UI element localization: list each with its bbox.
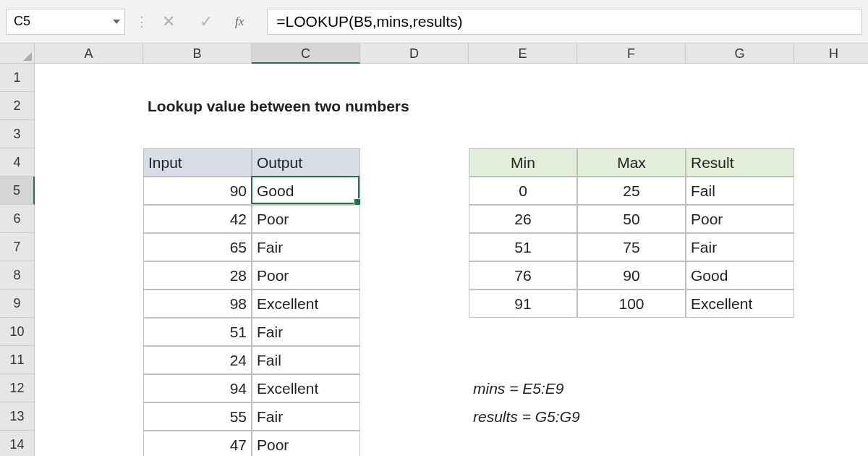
output-cell[interactable]: Fair — [252, 318, 360, 346]
row-header[interactable]: 10 — [0, 318, 35, 346]
column-headers: ABCDEFGH — [35, 43, 868, 64]
formula-text: =LOOKUP(B5,mins,results) — [276, 13, 462, 30]
row-header[interactable]: 7 — [0, 233, 35, 261]
column-header[interactable]: E — [469, 43, 577, 64]
output-cell[interactable]: Poor — [252, 205, 360, 233]
input-header: Input — [143, 148, 252, 177]
page-title: Lookup value between two numbers — [143, 92, 577, 120]
column-header[interactable]: B — [143, 43, 252, 64]
min-cell[interactable]: 91 — [469, 290, 577, 318]
column-header[interactable]: G — [686, 43, 794, 64]
fx-icon[interactable]: fx — [235, 14, 244, 29]
select-all-corner[interactable] — [0, 43, 35, 64]
row-header[interactable]: 8 — [0, 261, 35, 290]
output-cell[interactable]: Fair — [252, 233, 360, 261]
row-header[interactable]: 5 — [0, 177, 35, 205]
name-box-value: C5 — [14, 14, 30, 29]
enter-icon[interactable]: ✓ — [197, 14, 215, 30]
min-cell[interactable]: 76 — [469, 261, 577, 290]
row-header[interactable]: 3 — [0, 120, 35, 148]
min-cell[interactable]: 51 — [469, 233, 577, 261]
result-cell[interactable]: Poor — [686, 205, 794, 233]
row-header[interactable]: 2 — [0, 92, 35, 120]
result-cell[interactable]: Fair — [686, 233, 794, 261]
min-header: Min — [469, 148, 577, 177]
max-cell[interactable]: 90 — [577, 261, 686, 290]
output-cell[interactable]: Fail — [252, 346, 360, 374]
column-header[interactable]: D — [360, 43, 469, 64]
input-cell[interactable]: 55 — [143, 402, 252, 431]
min-cell[interactable]: 26 — [469, 205, 577, 233]
row-header[interactable]: 4 — [0, 148, 35, 177]
input-cell[interactable]: 42 — [143, 205, 252, 233]
note-mins: mins = E5:E9 — [469, 374, 686, 402]
max-cell[interactable]: 75 — [577, 233, 686, 261]
formula-bar: C5 ⋮ ✕ ✓ fx =LOOKUP(B5,mins,results) — [0, 0, 868, 43]
max-cell[interactable]: 25 — [577, 177, 686, 205]
input-cell[interactable]: 51 — [143, 318, 252, 346]
note-results: results = G5:G9 — [469, 402, 686, 431]
input-cell[interactable]: 28 — [143, 261, 252, 290]
row-header[interactable]: 9 — [0, 290, 35, 318]
name-box[interactable]: C5 — [6, 9, 125, 35]
max-header: Max — [577, 148, 686, 177]
cancel-icon[interactable]: ✕ — [160, 14, 177, 30]
formula-bar-buttons: ✕ ✓ fx — [145, 14, 258, 30]
result-cell[interactable]: Good — [686, 261, 794, 290]
row-header[interactable]: 12 — [0, 374, 35, 402]
input-cell[interactable]: 47 — [143, 431, 252, 456]
result-header: Result — [686, 148, 794, 177]
chevron-down-icon[interactable] — [113, 20, 120, 24]
output-cell[interactable]: Excellent — [252, 374, 360, 402]
row-header[interactable]: 13 — [0, 402, 35, 431]
row-header[interactable]: 1 — [0, 64, 35, 92]
input-cell[interactable]: 65 — [143, 233, 252, 261]
row-header[interactable]: 6 — [0, 205, 35, 233]
input-cell[interactable]: 94 — [143, 374, 252, 402]
output-header: Output — [252, 148, 360, 177]
column-header[interactable]: F — [577, 43, 686, 64]
column-header[interactable]: C — [252, 43, 360, 64]
column-header[interactable]: H — [794, 43, 868, 64]
output-cell[interactable]: Good — [252, 177, 360, 205]
result-cell[interactable]: Excellent — [686, 290, 794, 318]
input-cell[interactable]: 98 — [143, 290, 252, 318]
output-cell[interactable]: Excellent — [252, 290, 360, 318]
max-cell[interactable]: 50 — [577, 205, 686, 233]
row-headers: 1234567891011121314 — [0, 64, 35, 456]
output-cell[interactable]: Poor — [252, 431, 360, 456]
max-cell[interactable]: 100 — [577, 290, 686, 318]
result-cell[interactable]: Fail — [686, 177, 794, 205]
row-header[interactable]: 11 — [0, 346, 35, 374]
input-cell[interactable]: 24 — [143, 346, 252, 374]
column-header[interactable]: A — [35, 43, 143, 64]
row-header[interactable]: 14 — [0, 431, 35, 456]
min-cell[interactable]: 0 — [469, 177, 577, 205]
resize-handle-icon[interactable]: ⋮ — [135, 14, 145, 30]
formula-input[interactable]: =LOOKUP(B5,mins,results) — [267, 9, 862, 35]
output-cell[interactable]: Fair — [252, 402, 360, 431]
output-cell[interactable]: Poor — [252, 261, 360, 290]
input-cell[interactable]: 90 — [143, 177, 252, 205]
